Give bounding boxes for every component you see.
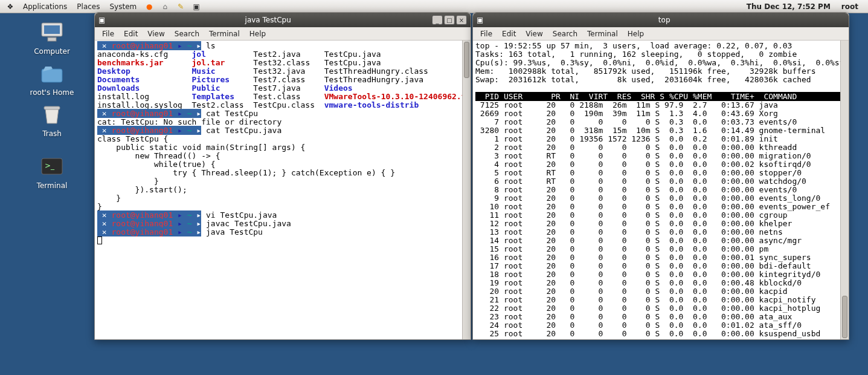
trash-icon <box>37 103 66 127</box>
maximize-button[interactable]: □ <box>444 15 455 25</box>
window-title-1: java TestCpu <box>105 16 431 24</box>
firefox-icon[interactable]: ● <box>143 1 156 12</box>
svg-rect-1 <box>44 25 60 34</box>
terminal-launcher-icon[interactable]: ▣ <box>190 1 203 12</box>
terminal-content-1[interactable]: × root@yihang01 ▸ ~ ▸ ls anaconda-ks.cfg… <box>95 41 471 339</box>
user-menu[interactable]: root <box>841 2 858 11</box>
menubar-1: File Edit View Search Terminal Help <box>95 27 471 41</box>
titlebar-2[interactable]: ▣ top <box>473 13 849 27</box>
text-editor-icon[interactable]: ✎ <box>174 1 187 12</box>
close-button[interactable]: × <box>456 15 467 25</box>
titlebar-1[interactable]: ▣ java TestCpu _ □ × <box>95 13 471 27</box>
desktop-terminal-label: Terminal <box>28 181 76 190</box>
svg-rect-4 <box>44 106 60 109</box>
menu-search[interactable]: Search <box>170 30 204 38</box>
scrollbar-1[interactable] <box>462 41 471 339</box>
menu-edit[interactable]: Edit <box>497 30 521 38</box>
home-folder-icon <box>37 62 66 86</box>
distro-icon[interactable]: ❖ <box>4 1 17 12</box>
gnome-panel: ❖ Applications Places System ● ⌂ ✎ ▣ Thu… <box>0 0 868 13</box>
window-icon: ▣ <box>98 16 105 24</box>
svg-text:>_: >_ <box>45 161 55 170</box>
menu-help[interactable]: Help <box>245 30 271 38</box>
terminal-content-2[interactable]: top - 19:52:55 up 57 min, 3 users, load … <box>473 41 849 339</box>
menu-applications[interactable]: Applications <box>18 2 72 11</box>
menu-view[interactable]: View <box>143 30 169 38</box>
menu-places[interactable]: Places <box>72 2 104 11</box>
menu-view[interactable]: View <box>521 30 547 38</box>
terminal-window-2[interactable]: ▣ top File Edit View Search Terminal Hel… <box>472 12 849 340</box>
desktop-computer-label: Computer <box>28 47 76 56</box>
window-icon: ▣ <box>477 16 483 24</box>
menu-system[interactable]: System <box>104 2 141 11</box>
terminal-icon: >_ <box>37 155 66 179</box>
desktop-computer[interactable]: Computer <box>28 21 76 56</box>
desktop-trash[interactable]: Trash <box>28 103 76 138</box>
menu-search[interactable]: Search <box>548 30 582 38</box>
window-title-2: top <box>483 16 845 24</box>
svg-rect-2 <box>48 38 56 41</box>
desktop-trash-label: Trash <box>28 129 76 138</box>
computer-icon <box>37 21 66 45</box>
file-manager-icon[interactable]: ⌂ <box>158 1 172 12</box>
menu-file[interactable]: File <box>97 30 119 38</box>
desktop-home-label: root's Home <box>28 88 76 97</box>
menu-terminal[interactable]: Terminal <box>204 30 245 38</box>
minimize-button[interactable]: _ <box>432 15 443 25</box>
menu-edit[interactable]: Edit <box>119 30 143 38</box>
menu-help[interactable]: Help <box>623 30 649 38</box>
desktop-terminal[interactable]: >_ Terminal <box>28 155 76 190</box>
menu-file[interactable]: File <box>475 30 497 38</box>
scrollbar-2[interactable] <box>840 41 849 339</box>
menu-terminal[interactable]: Terminal <box>582 30 623 38</box>
terminal-window-1[interactable]: ▣ java TestCpu _ □ × File Edit View Sear… <box>94 12 471 340</box>
menubar-2: File Edit View Search Terminal Help <box>473 27 849 41</box>
svg-rect-3 <box>42 69 62 82</box>
desktop-home[interactable]: root's Home <box>28 62 76 97</box>
clock[interactable]: Thu Dec 12, 7:52 PM <box>747 2 831 11</box>
